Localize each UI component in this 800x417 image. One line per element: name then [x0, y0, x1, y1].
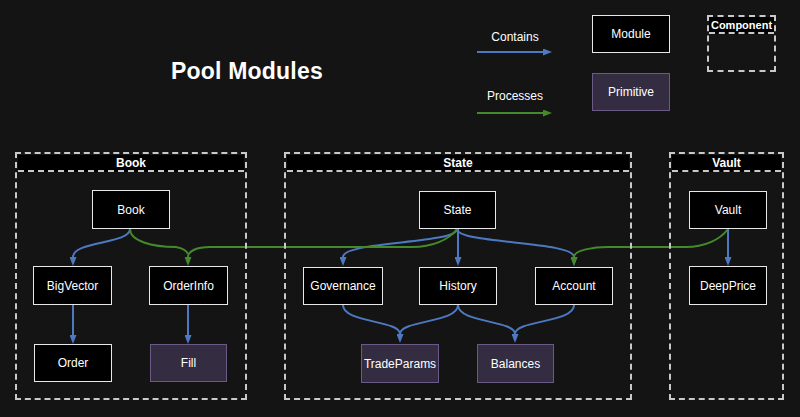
node-bigvector-label: BigVector — [47, 279, 98, 293]
node-state: State — [419, 191, 496, 229]
node-tradeparams-label: TradeParams — [364, 357, 436, 371]
node-deepprice: DeepPrice — [689, 266, 767, 305]
node-history: History — [419, 267, 497, 305]
node-governance: Governance — [303, 267, 383, 305]
node-orderinfo: OrderInfo — [149, 266, 228, 305]
node-history-label: History — [439, 279, 476, 293]
node-account: Account — [535, 267, 613, 305]
node-fill-label: Fill — [181, 356, 196, 370]
node-state-label: State — [443, 203, 471, 217]
legend-primitive-label: Primitive — [608, 85, 654, 99]
node-book: Book — [92, 190, 170, 229]
legend-contains-label: Contains — [477, 30, 553, 44]
legend-component-label: Component — [709, 17, 774, 34]
node-book-label: Book — [117, 203, 144, 217]
node-account-label: Account — [552, 279, 595, 293]
node-order: Order — [34, 344, 112, 382]
node-vault: Vault — [689, 191, 767, 229]
node-vault-label: Vault — [715, 203, 741, 217]
diagram-canvas: Pool Modules Contains Processes Module P… — [0, 0, 800, 417]
node-deepprice-label: DeepPrice — [700, 279, 756, 293]
section-vault-title: Vault — [672, 155, 781, 172]
legend-module-box: Module — [592, 15, 670, 53]
page-title: Pool Modules — [171, 58, 323, 85]
node-order-label: Order — [58, 356, 89, 370]
legend-processes-label: Processes — [477, 89, 553, 103]
node-orderinfo-label: OrderInfo — [163, 279, 214, 293]
node-governance-label: Governance — [310, 279, 375, 293]
node-fill: Fill — [150, 344, 227, 382]
section-state-title: State — [287, 155, 629, 172]
node-balances-label: Balances — [491, 357, 540, 371]
section-book-title: Book — [18, 155, 244, 172]
legend-primitive-box: Primitive — [592, 73, 670, 111]
node-tradeparams: TradeParams — [361, 344, 439, 383]
node-balances: Balances — [477, 344, 554, 383]
node-bigvector: BigVector — [33, 266, 112, 305]
legend-component-box: Component — [707, 15, 776, 72]
legend-module-label: Module — [611, 27, 650, 41]
